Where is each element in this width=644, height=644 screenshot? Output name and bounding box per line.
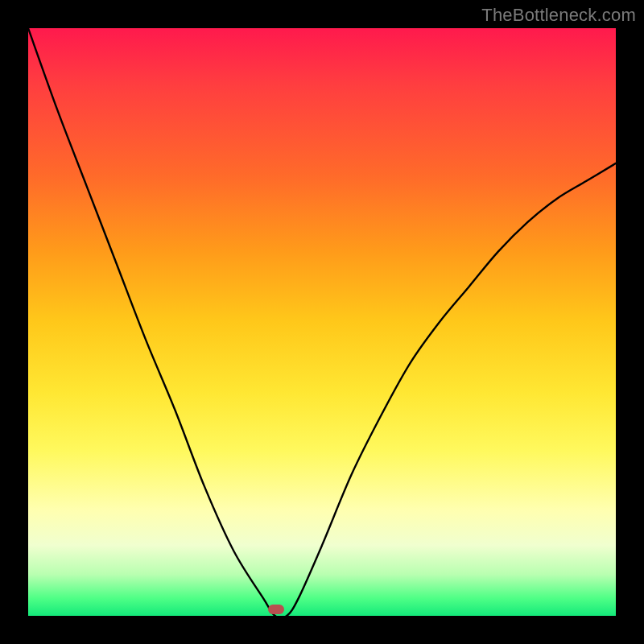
plot-area xyxy=(28,28,616,616)
chart-frame: TheBottleneck.com xyxy=(0,0,644,644)
optimal-marker xyxy=(268,605,284,614)
bottleneck-curve xyxy=(28,28,616,616)
watermark-text: TheBottleneck.com xyxy=(481,5,636,26)
